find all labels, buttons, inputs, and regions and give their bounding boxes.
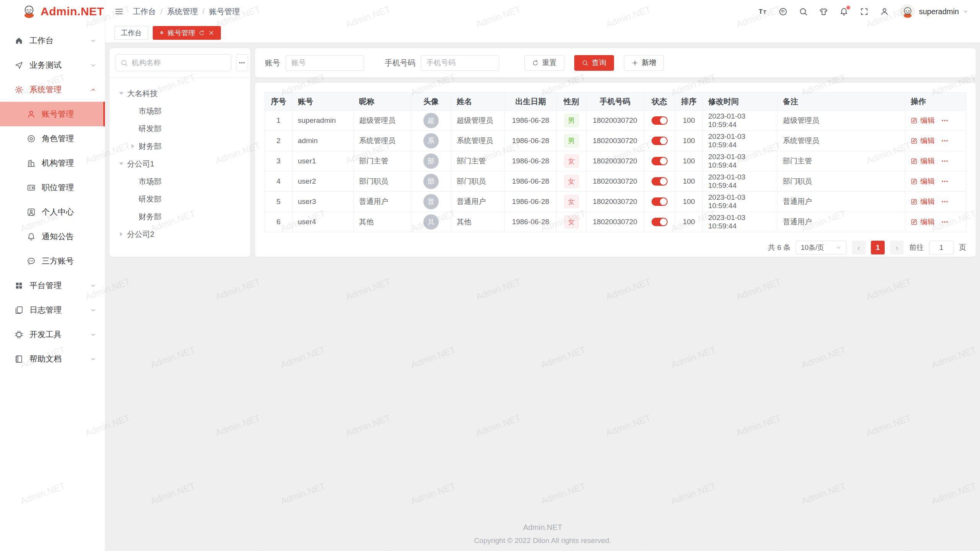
chevron-down-icon — [836, 245, 841, 251]
role-icon — [27, 134, 36, 143]
status-toggle[interactable] — [652, 218, 668, 226]
more-actions-icon[interactable] — [941, 218, 949, 226]
table-header-row: 序号账号昵称头像姓名出生日期性别手机号码状态排序修改时间备注操作 — [265, 93, 966, 111]
chevron-down-icon — [963, 9, 969, 15]
more-actions-icon[interactable] — [941, 117, 949, 124]
cell-phone: 18020030720 — [586, 131, 644, 151]
caret-down-icon[interactable] — [117, 89, 126, 98]
tree-node-市场部[interactable]: 市场部 — [112, 173, 248, 190]
status-toggle[interactable] — [652, 197, 668, 206]
font-size-icon[interactable]: TT — [758, 7, 767, 16]
tab-close-icon[interactable] — [208, 30, 214, 36]
sidebar-item-角色管理[interactable]: 角色管理 — [0, 126, 105, 151]
row-avatar: 其 — [423, 214, 439, 230]
column-header-status: 状态 — [644, 93, 675, 110]
collapse-menu-icon[interactable] — [114, 7, 124, 16]
sidebar-item-三方账号[interactable]: 三方账号 — [0, 249, 105, 273]
status-toggle[interactable] — [652, 137, 668, 145]
reset-button[interactable]: 重置 — [524, 55, 564, 71]
edit-button[interactable]: 编辑 — [911, 197, 935, 207]
cell-account: user1 — [292, 151, 354, 171]
more-actions-icon[interactable] — [941, 137, 949, 145]
breadcrumb-item[interactable]: 系统管理 — [167, 7, 198, 17]
tree-node-研发部[interactable]: 研发部 — [112, 120, 248, 137]
edit-button[interactable]: 编辑 — [911, 217, 935, 227]
cell-idx: 5 — [265, 192, 292, 212]
sidebar-item-职位管理[interactable]: 职位管理 — [0, 175, 105, 200]
cell-nickname: 部门主管 — [354, 151, 411, 171]
sidebar-item-label: 角色管理 — [42, 133, 96, 144]
tab-refresh-icon[interactable] — [199, 30, 205, 36]
tab-工作台[interactable]: 工作台 — [114, 26, 148, 40]
tree-node-市场部[interactable]: 市场部 — [112, 102, 248, 120]
status-toggle[interactable] — [652, 177, 668, 186]
cell-birth: 1986-06-28 — [505, 171, 557, 191]
more-actions-icon[interactable] — [941, 157, 949, 165]
cell-avatar: 部 — [411, 171, 451, 191]
sidebar-item-通知公告[interactable]: 通知公告 — [0, 224, 105, 249]
cell-sort: 100 — [675, 192, 703, 212]
account-input[interactable] — [286, 55, 364, 71]
phone-input[interactable] — [421, 55, 499, 71]
log-icon — [15, 306, 23, 315]
edit-button[interactable]: 编辑 — [911, 176, 935, 186]
total-count: 共 6 条 — [768, 243, 791, 253]
status-toggle[interactable] — [652, 157, 668, 165]
tree-node-分公司1[interactable]: 分公司1 — [112, 155, 248, 173]
sidebar-item-个人中心[interactable]: 个人中心 — [0, 200, 105, 224]
edit-button[interactable]: 编辑 — [911, 116, 935, 126]
caret-down-icon[interactable] — [117, 160, 126, 168]
tab-账号管理[interactable]: 账号管理 — [153, 26, 221, 40]
logo[interactable]: Admin.NET — [0, 0, 105, 23]
sidebar-item-机构管理[interactable]: 机构管理 — [0, 151, 105, 175]
sidebar-item-业务测试[interactable]: 业务测试 — [0, 53, 105, 77]
org-more-button[interactable] — [236, 54, 248, 71]
next-page-button[interactable]: › — [890, 241, 904, 254]
user-menu[interactable]: superadmin — [900, 4, 969, 19]
search-icon[interactable] — [799, 7, 808, 16]
page-size-select[interactable]: 10条/页 — [796, 241, 846, 254]
sidebar-item-平台管理[interactable]: 平台管理 — [0, 273, 105, 298]
status-toggle[interactable] — [652, 116, 668, 125]
avatar — [900, 4, 915, 19]
tree-node-label: 财务部 — [139, 212, 162, 222]
notification-icon[interactable] — [840, 7, 848, 16]
org-tree-panel: 大名科技市场部研发部财务部分公司1市场部研发部财务部分公司2 — [109, 48, 251, 257]
tree-node-大名科技[interactable]: 大名科技 — [112, 85, 248, 102]
profile-icon[interactable] — [880, 7, 889, 16]
caret-right-icon[interactable] — [117, 230, 126, 238]
more-actions-icon[interactable] — [941, 178, 949, 185]
monk-logo-icon — [21, 4, 37, 19]
edit-button[interactable]: 编辑 — [911, 156, 935, 166]
tree-node-研发部[interactable]: 研发部 — [112, 190, 248, 208]
sidebar-item-日志管理[interactable]: 日志管理 — [0, 298, 105, 322]
prev-page-button[interactable]: ‹ — [852, 241, 866, 254]
sidebar-item-label: 系统管理 — [29, 84, 90, 95]
footer: Admin.NET Copyright © 2022 Dilon All rig… — [105, 523, 980, 545]
caret-right-icon[interactable] — [129, 142, 137, 150]
sidebar-item-系统管理[interactable]: 系统管理 — [0, 77, 105, 102]
edit-button[interactable]: 编辑 — [911, 136, 935, 146]
sidebar-item-账号管理[interactable]: 账号管理 — [0, 102, 105, 126]
sidebar-item-开发工具[interactable]: 开发工具 — [0, 322, 105, 347]
cell-sort: 100 — [675, 131, 703, 151]
sidebar-item-帮助文档[interactable]: 帮助文档 — [0, 347, 105, 371]
tree-node-财务部[interactable]: 财务部 — [112, 137, 248, 155]
tree-node-分公司2[interactable]: 分公司2 — [112, 225, 248, 243]
language-icon[interactable]: 中 — [779, 7, 787, 16]
sidebar-item-工作台[interactable]: 工作台 — [0, 28, 105, 53]
cell-time: 2023-01-03 10:59:44 — [703, 111, 777, 130]
goto-page-input[interactable] — [929, 241, 954, 254]
org-search-input[interactable] — [131, 58, 226, 67]
breadcrumb-separator: / — [160, 7, 163, 16]
fullscreen-icon[interactable] — [860, 7, 869, 16]
current-page[interactable]: 1 — [871, 241, 885, 254]
more-actions-icon[interactable] — [941, 198, 949, 205]
tree-node-财务部[interactable]: 财务部 — [112, 208, 248, 225]
breadcrumb-item[interactable]: 工作台 — [133, 7, 156, 17]
search-button[interactable]: 查询 — [574, 55, 614, 71]
cell-status — [644, 212, 675, 232]
gender-badge: 女 — [564, 155, 579, 168]
theme-icon[interactable] — [819, 7, 828, 16]
add-button[interactable]: 新增 — [624, 55, 664, 71]
